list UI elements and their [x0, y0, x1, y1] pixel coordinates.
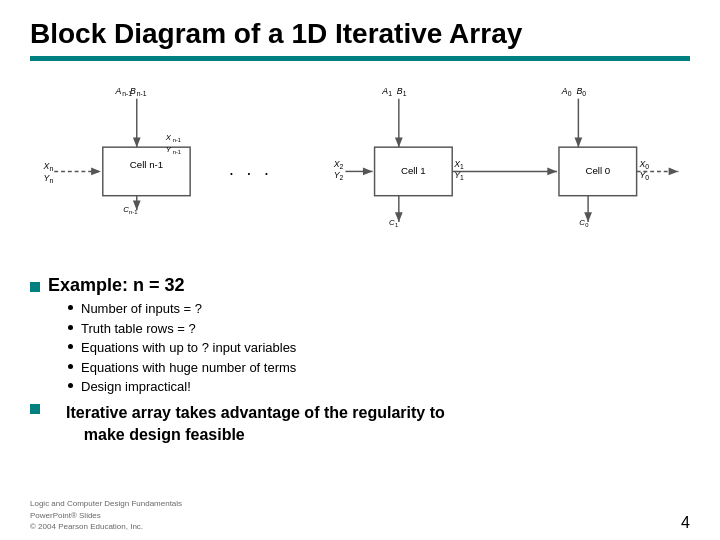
sub-bullet-3: Equations with up to ? input variables: [68, 339, 690, 357]
svg-text:X: X: [165, 133, 172, 142]
sub-bullet-2: Truth table rows = ?: [68, 320, 690, 338]
sub-bullet-text-1: Number of inputs = ?: [81, 300, 202, 318]
svg-text:Cell 1: Cell 1: [401, 165, 426, 176]
iterative-section: Iterative array takes advantage of the r…: [30, 402, 690, 447]
example-header: Example: n = 32: [30, 275, 690, 296]
example-section: Example: n = 32 Number of inputs = ? Tru…: [30, 275, 690, 447]
bullet-square-icon: [30, 282, 40, 292]
svg-text:1: 1: [403, 90, 407, 97]
svg-text:0: 0: [568, 90, 572, 97]
page-number: 4: [681, 514, 690, 532]
footer-line1: Logic and Computer Design Fundamentals: [30, 498, 182, 509]
svg-text:1: 1: [395, 222, 398, 228]
diagram-area: Cell n-1 A n-1 B n-1 X n-1 Y n-1 X n Y n…: [30, 69, 690, 269]
slide-title: Block Diagram of a 1D Iterative Array: [30, 18, 690, 50]
block-diagram-svg: Cell n-1 A n-1 B n-1 X n-1 Y n-1 X n Y n…: [30, 69, 690, 269]
svg-text:Y: Y: [166, 145, 172, 154]
footer-line3: © 2004 Pearson Education, Inc.: [30, 521, 182, 532]
bullet-square-iterative-icon: [30, 404, 40, 414]
footer: Logic and Computer Design Fundamentals P…: [0, 498, 720, 532]
svg-text:0: 0: [585, 222, 588, 228]
sub-bullet-text-5: Design impractical!: [81, 378, 191, 396]
svg-text:0: 0: [582, 90, 586, 97]
sub-bullet-text-4: Equations with huge number of terms: [81, 359, 296, 377]
sub-bullet-text-2: Truth table rows = ?: [81, 320, 196, 338]
sub-dot-icon: [68, 383, 73, 388]
example-title: Example: n = 32: [48, 275, 185, 296]
svg-marker-52: [575, 137, 583, 147]
svg-marker-36: [363, 168, 373, 176]
svg-text:0: 0: [645, 163, 649, 170]
footer-line2: PowerPoint® Slides: [30, 510, 182, 521]
svg-text:0: 0: [645, 174, 649, 181]
svg-text:1: 1: [460, 174, 464, 181]
iterative-text: Iterative array takes advantage of the r…: [66, 402, 445, 447]
sub-bullets-list: Number of inputs = ? Truth table rows = …: [68, 300, 690, 396]
svg-text:Cell n-1: Cell n-1: [130, 159, 163, 170]
svg-text:Cell 0: Cell 0: [585, 165, 610, 176]
sub-bullet-5: Design impractical!: [68, 378, 690, 396]
svg-text:B: B: [130, 86, 136, 96]
slide: Block Diagram of a 1D Iterative Array Ce…: [0, 0, 720, 540]
sub-dot-icon: [68, 325, 73, 330]
svg-text:n: n: [49, 165, 53, 172]
teal-divider: [30, 56, 690, 61]
svg-text:n-1: n-1: [173, 137, 181, 143]
sub-dot-icon: [68, 364, 73, 369]
svg-text:n: n: [49, 177, 53, 184]
svg-text:A: A: [114, 86, 121, 96]
sub-bullet-1: Number of inputs = ?: [68, 300, 690, 318]
sub-bullet-4: Equations with huge number of terms: [68, 359, 690, 377]
svg-text:n-1: n-1: [137, 90, 147, 97]
footer-left: Logic and Computer Design Fundamentals P…: [30, 498, 182, 532]
sub-dot-icon: [68, 305, 73, 310]
sub-dot-icon: [68, 344, 73, 349]
svg-text:1: 1: [388, 90, 392, 97]
svg-marker-54: [547, 168, 557, 176]
sub-bullet-text-3: Equations with up to ? input variables: [81, 339, 296, 357]
svg-marker-60: [669, 168, 679, 176]
svg-marker-30: [395, 137, 403, 147]
svg-marker-7: [133, 137, 141, 147]
svg-text:. . .: . . .: [229, 159, 273, 179]
svg-marker-17: [91, 168, 101, 176]
svg-text:2: 2: [340, 163, 344, 170]
svg-text:1: 1: [460, 163, 464, 170]
svg-marker-64: [584, 212, 592, 222]
svg-text:2: 2: [340, 174, 344, 181]
svg-text:n-1: n-1: [173, 149, 181, 155]
svg-marker-44: [395, 212, 403, 222]
